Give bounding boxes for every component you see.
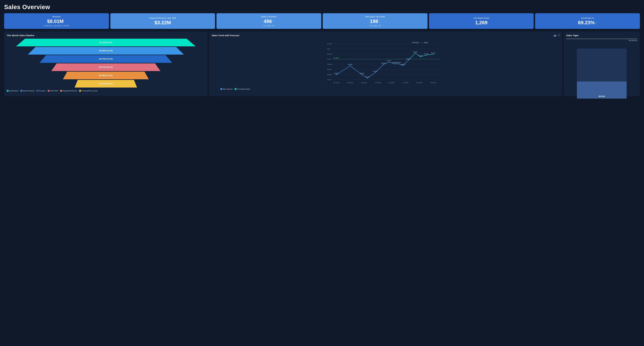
target-bar-container: $8.01M — [577, 44, 627, 99]
legend-dot-3 — [48, 90, 50, 92]
svg-point-42 — [420, 56, 421, 57]
target-bar-fill: $8.01M — [577, 81, 627, 99]
svg-text:$0.65M: $0.65M — [392, 62, 396, 63]
svg-text:Dec 2019: Dec 2019 — [334, 82, 339, 83]
kpi-label-conversion: Conversion % — [538, 17, 637, 19]
svg-text:Feb 2021: Feb 2021 — [430, 82, 436, 83]
page-title: Sales Overview — [4, 3, 640, 10]
svg-point-30 — [336, 74, 337, 75]
svg-text:Apr 2020: Apr 2020 — [361, 82, 367, 83]
legend-dot-0 — [7, 90, 8, 92]
kpi-label-deals-pipeline: Deals in Pipeline — [219, 15, 318, 18]
legend-dot-5 — [79, 90, 81, 92]
forecasted-sales-dot — [234, 88, 236, 90]
target-panel: Sales Taget $23.8827M $8.01M — [564, 31, 640, 96]
kpi-label-revenue: Revenue — [7, 15, 106, 18]
svg-text:$0.85M: $0.85M — [328, 53, 332, 55]
legend-item-4: Negotiation/Review — [60, 90, 77, 92]
kpi-card-lost-deals: Lost Deals Count 1,269 — [429, 13, 534, 29]
kpi-value-expected-revenue: $3.22M — [113, 20, 212, 25]
target-bar-value: $8.01M — [599, 95, 605, 97]
svg-point-35 — [383, 64, 384, 65]
kpi-card-expected-revenue: Exepcted Revenue: Nov 2020 $3.22M — [110, 13, 215, 29]
kpi-sub-won-deals: Oct 2020: 139 — [326, 25, 425, 27]
chart-icons: ▮▮ ❐ — [554, 34, 560, 37]
svg-point-44 — [433, 54, 434, 55]
arrow-up-icon-2: ↑ — [379, 20, 380, 23]
svg-text:$0.7M: $0.7M — [328, 58, 331, 60]
svg-text:Dec 2020: Dec 2020 — [416, 82, 422, 83]
svg-text:$0.49M: $0.49M — [348, 64, 352, 65]
kpi-label-expected-revenue: Exepcted Revenue: Nov 2020 — [113, 17, 212, 19]
funnel-item-1: $3.05M (10.3%) — [28, 47, 184, 54]
chart-legend: Won Amount Forecasted Sales — [212, 88, 560, 90]
svg-point-41 — [415, 52, 416, 54]
kpi-value-lost-deals: 1,269 — [432, 20, 531, 25]
svg-text:Oct 2020: Oct 2020 — [403, 82, 408, 83]
svg-text:$0.87M: $0.87M — [406, 58, 410, 60]
svg-text:$1M: $1M — [328, 48, 330, 50]
svg-text:$0.23M: $0.23M — [360, 73, 364, 74]
svg-text:$1.10M: $1.10M — [424, 53, 428, 54]
kpi-row: Revenue $8.01M ↓ % Diff from Last Month:… — [4, 13, 640, 29]
pipeline-panel: This Month Sales Pipeline $2.43M (8.2%)$… — [4, 31, 208, 96]
svg-text:$0.25M: $0.25M — [328, 74, 332, 75]
kpi-value-deals-pipeline: 496 ↑ — [219, 19, 318, 24]
chart-header: Sales Trend with Forecast ▮▮ ❐ — [212, 34, 560, 39]
svg-point-43 — [426, 54, 427, 56]
svg-text:$0.62M: $0.62M — [382, 62, 386, 64]
arrow-down-icon: ↓ — [64, 20, 66, 23]
target-line — [566, 39, 637, 39]
svg-text:$1.00M: $1.00M — [334, 57, 339, 59]
bar-chart-icon[interactable]: ▮▮ — [554, 34, 556, 37]
funnel-item-5: $7.31M (24.6%) — [74, 80, 137, 87]
svg-text:Target: Target — [424, 42, 428, 43]
legend-item-2: Prospect — [36, 90, 46, 92]
expand-icon[interactable]: ❐ — [558, 34, 560, 37]
svg-point-31 — [350, 65, 351, 66]
svg-point-36 — [388, 61, 390, 63]
svg-text:$0.4M: $0.4M — [328, 68, 331, 70]
svg-point-38 — [398, 63, 400, 64]
legend-item-5: Proposal/Price Quote — [79, 90, 98, 92]
legend-won-amount: Won Amount — [220, 88, 232, 90]
funnel-item-2: $4.57M (15.4%) — [40, 55, 172, 63]
trend-panel: Sales Trend with Forecast ▮▮ ❐ $1.00M Th… — [209, 31, 562, 96]
svg-text:Threshold:: Threshold: — [412, 42, 419, 43]
trend-chart-svg: $1.00M Threshold: Target $0.1M $0.25M $0… — [212, 39, 560, 87]
kpi-card-deals-pipeline: Deals in Pipeline 496 ↑ Oct 2020: 347 — [216, 13, 321, 29]
legend-item-0: Qualification — [7, 90, 18, 92]
arrow-up-icon: ↑ — [273, 20, 274, 23]
funnel-item-4: $6.38M (21.5%) — [63, 72, 149, 79]
kpi-sub-deals-pipeline: Oct 2020: 347 — [219, 25, 318, 27]
funnel-item-0: $2.43M (8.2%) — [16, 39, 196, 46]
svg-point-32 — [362, 74, 362, 75]
legend-forecasted-sales: Forecasted Sales — [234, 88, 250, 90]
funnel-container: $2.43M (8.2%)$3.05M (10.3%)$4.57M (15.4%… — [7, 39, 205, 87]
target-total-value: $23.8827M — [566, 39, 637, 41]
kpi-sub-revenue: % Diff from Last Month: -26.94% — [7, 25, 106, 27]
svg-point-37 — [394, 63, 395, 64]
legend-dot-1 — [20, 90, 22, 92]
svg-text:$1.20M: $1.20M — [413, 51, 417, 53]
svg-text:$0.58M: $0.58M — [401, 64, 405, 65]
pipeline-legend: QualificationNeeds AnalysisProspectIniti… — [7, 90, 205, 92]
kpi-label-won-deals: Won Deals: Nov 2020 — [326, 15, 425, 18]
pipeline-title: This Month Sales Pipeline — [7, 34, 205, 37]
svg-point-34 — [375, 72, 376, 73]
svg-point-40 — [408, 59, 409, 61]
legend-item-3: Initial Offer — [48, 90, 58, 92]
kpi-card-won-deals: Won Deals: Nov 2020 198 ↑ Oct 2020: 139 — [323, 13, 428, 29]
target-panel-inner: $23.8827M $8.01M — [566, 39, 637, 99]
svg-text:$0.65M: $0.65M — [396, 62, 401, 63]
svg-text:$1.15M: $1.15M — [328, 43, 332, 44]
kpi-label-lost-deals: Lost Deals Count — [432, 17, 531, 19]
svg-text:$1.17M: $1.17M — [431, 52, 436, 54]
kpi-card-revenue: Revenue $8.01M ↓ % Diff from Last Month:… — [4, 13, 109, 29]
kpi-card-conversion: Conversion % 69.23% ↑ — [535, 13, 640, 29]
svg-text:$1.03M: $1.03M — [418, 55, 423, 56]
funnel-item-3: $5.97M (20.1%) — [51, 63, 160, 71]
svg-point-33 — [367, 77, 368, 79]
svg-text:Feb 2020: Feb 2020 — [347, 82, 353, 83]
won-amount-dot — [220, 88, 222, 90]
